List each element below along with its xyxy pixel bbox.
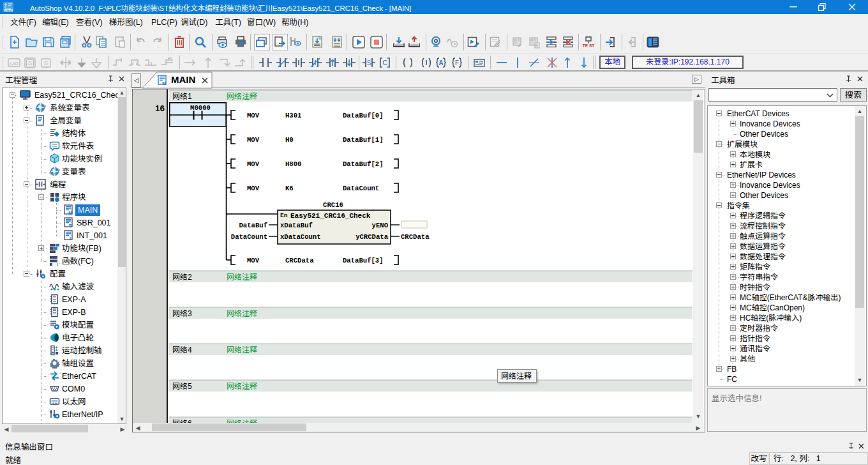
svg-text:xDataCount: xDataCount <box>280 233 321 241</box>
svg-text:CRC16: CRC16 <box>323 201 343 209</box>
svg-text:MOV: MOV <box>247 112 260 119</box>
svg-text:S: S <box>28 60 32 66</box>
svg-text:MOV: MOV <box>247 185 260 192</box>
svg-text:yENO: yENO <box>372 222 388 229</box>
svg-text:MOV: MOV <box>247 136 260 144</box>
svg-text:DataCount: DataCount <box>231 233 267 241</box>
svg-text:yCRCData: yCRCData <box>355 233 389 241</box>
svg-text:DataBuf[0]: DataBuf[0] <box>343 112 384 119</box>
svg-text:DataBuf[2]: DataBuf[2] <box>343 160 384 168</box>
svg-text:网络4: 网络4 <box>172 346 192 354</box>
svg-text:AUTO: AUTO <box>4 8 13 12</box>
svg-text:LAD: LAD <box>10 61 19 66</box>
svg-text:A: A <box>438 59 443 66</box>
svg-text:网络注释: 网络注释 <box>227 273 257 282</box>
svg-text:M: M <box>162 80 166 86</box>
svg-text:I: I <box>70 236 71 241</box>
svg-text:K6: K6 <box>285 185 294 192</box>
svg-text:H301: H301 <box>285 112 301 119</box>
svg-text:M: M <box>68 210 72 216</box>
svg-text:CRCData: CRCData <box>285 257 314 264</box>
svg-text:F: F <box>455 59 459 66</box>
svg-text:Easy521_CRC16_Check: Easy521_CRC16_Check <box>290 212 371 220</box>
svg-text:网络注释: 网络注释 <box>227 92 257 101</box>
svg-text:网络注释: 网络注释 <box>227 309 257 318</box>
svg-text:H0: H0 <box>285 136 294 144</box>
svg-text:网络注释: 网络注释 <box>227 346 257 354</box>
svg-text:En: En <box>280 212 288 219</box>
svg-text:S: S <box>366 59 371 66</box>
svg-text:(): () <box>56 263 60 267</box>
svg-text:H800: H800 <box>285 160 301 168</box>
svg-text:MOV: MOV <box>247 257 260 264</box>
svg-text:M8000: M8000 <box>190 104 211 112</box>
svg-text:DataBuf: DataBuf <box>239 222 267 229</box>
svg-text:DataBuf[3]: DataBuf[3] <box>343 257 384 264</box>
svg-text:网络注释: 网络注释 <box>227 382 257 391</box>
svg-text:网络3: 网络3 <box>172 309 192 318</box>
svg-text:网络5: 网络5 <box>172 382 192 391</box>
svg-text:xDataBuf: xDataBuf <box>280 222 313 229</box>
svg-text:网络1: 网络1 <box>172 92 192 101</box>
svg-text:DataBuf[1]: DataBuf[1] <box>343 136 384 144</box>
svg-text:TE ST: TE ST <box>583 43 594 48</box>
svg-text:DataCount: DataCount <box>343 185 379 192</box>
svg-text:网络2: 网络2 <box>172 273 192 282</box>
svg-text:CRCData: CRCData <box>401 233 430 241</box>
svg-text:S: S <box>68 223 71 229</box>
svg-text:C: C <box>382 59 387 66</box>
svg-text:MOV: MOV <box>247 160 260 168</box>
svg-text:S: S <box>44 60 48 66</box>
